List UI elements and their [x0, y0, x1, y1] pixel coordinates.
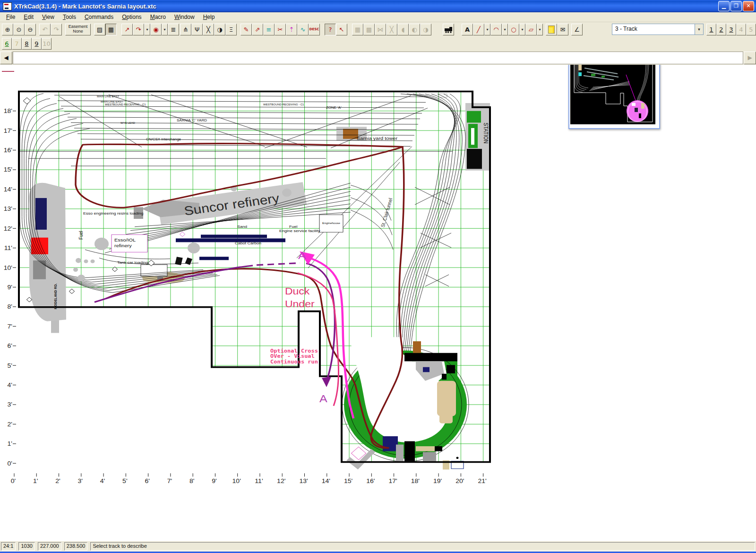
split-button[interactable]: ✂: [275, 24, 286, 35]
draw-curve-button[interactable]: ◠: [490, 24, 502, 35]
ruler-label: 18': [4, 108, 12, 114]
label-sarnia-tower: Sarnia yard tower: [357, 136, 398, 140]
scroll-left-button[interactable]: ◀: [0, 52, 12, 64]
select-arrow-button[interactable]: ↖: [336, 24, 347, 35]
draw-circle-dropdown[interactable]: ▾: [519, 24, 525, 35]
app-icon: [3, 2, 12, 10]
maximize-button[interactable]: ❐: [730, 1, 742, 11]
curved-track-dropdown[interactable]: ▾: [144, 24, 150, 35]
turntable-button[interactable]: ◑: [214, 24, 225, 35]
ruler-label: 13': [4, 206, 12, 212]
ruler-label: 16': [4, 147, 12, 154]
easement-button[interactable]: EasementNone: [65, 24, 91, 35]
menu-file[interactable]: File: [2, 13, 19, 21]
scale-combo-arrow-icon[interactable]: ▼: [695, 24, 703, 35]
page-1-button[interactable]: 1: [706, 24, 716, 35]
ruler-label: 4': [8, 382, 12, 389]
page-9-button[interactable]: 9: [32, 38, 42, 50]
label-esso-iol-2: refinery: [114, 243, 132, 248]
draw-curve-dropdown[interactable]: ▾: [502, 24, 508, 35]
draw-box-dropdown[interactable]: ▾: [537, 24, 543, 35]
menu-macro[interactable]: Macro: [146, 13, 170, 21]
label-sand: Sand: [237, 225, 247, 229]
straight-track-button[interactable]: ↗: [121, 24, 133, 35]
label-main-line-east: MAIN LINE EAST: [97, 95, 120, 98]
label-modeland: MODELAND RD.: [53, 284, 58, 310]
menu-tools[interactable]: Tools: [59, 13, 80, 21]
bumper-button[interactable]: Ξ: [225, 24, 237, 35]
menu-edit[interactable]: Edit: [19, 13, 38, 21]
ruler-label: 21': [478, 477, 487, 484]
scroll-track[interactable]: [13, 52, 743, 64]
ruler-label: 16': [366, 477, 375, 484]
move-track-button: ▦: [352, 24, 363, 35]
page-7-button: 7: [12, 38, 22, 50]
page-8-button[interactable]: 8: [22, 38, 32, 50]
label-tank-car: Tank car loading: [117, 260, 148, 265]
note-button[interactable]: [546, 24, 557, 35]
helix-track-button[interactable]: ≣: [168, 24, 179, 35]
three-way-button[interactable]: Ψ: [191, 24, 203, 35]
zoom-window-button[interactable]: ⊙: [13, 24, 25, 35]
train-button[interactable]: [443, 24, 454, 35]
ruler-label: 18': [411, 477, 420, 484]
menu-view[interactable]: View: [38, 13, 59, 21]
circle-track-button[interactable]: ◉: [150, 24, 162, 35]
crossing-button[interactable]: ╳: [203, 24, 214, 35]
menu-commands[interactable]: Commands: [80, 13, 118, 21]
status-zoom-ratio: 24:1: [1, 542, 16, 551]
ruler-label: 8': [8, 303, 12, 310]
ruler-label: 0': [8, 460, 12, 467]
map-window[interactable]: XTrkCad Map ✕: [568, 65, 660, 129]
menu-options[interactable]: Options: [118, 13, 146, 21]
join-button[interactable]: ⇗: [252, 24, 263, 35]
page-2-button[interactable]: 2: [716, 24, 726, 35]
profile-button[interactable]: ∿: [297, 24, 309, 35]
label-cabot: Cabot Carbon: [235, 241, 261, 245]
draw-line-button[interactable]: ╱: [473, 24, 484, 35]
ruler-label: 10': [232, 477, 241, 484]
tunnel-button: ◖: [397, 24, 409, 35]
ruler-label: 6': [8, 343, 12, 349]
elevation-button[interactable]: ⇡: [286, 24, 297, 35]
label-a-bottom: A: [319, 393, 327, 404]
ruler-label: 8': [189, 477, 194, 484]
print-button[interactable]: ✉: [557, 24, 568, 35]
snap-grid-button[interactable]: ▦: [105, 24, 117, 35]
ruler-label: 0': [11, 477, 16, 484]
scale-combo[interactable]: 3 - Track▼: [612, 24, 704, 35]
title-bar: XTrkCad(3.1.4) - Mark Lanctot's Sarnia l…: [0, 0, 756, 12]
map-body[interactable]: [569, 65, 659, 125]
note-paper-icon: [548, 26, 555, 34]
scroll-right-button[interactable]: ▶: [744, 52, 756, 64]
circle-track-dropdown[interactable]: ▾: [162, 24, 168, 35]
help-question-button[interactable]: ?: [325, 24, 336, 35]
modify-button[interactable]: ✎: [241, 24, 252, 35]
ruler-label: 5': [122, 477, 127, 484]
text-tool-button[interactable]: A: [462, 24, 473, 35]
ruler-label: 3': [78, 477, 83, 484]
page-5-button: 5: [746, 24, 756, 35]
parallel-button[interactable]: ≡: [263, 24, 275, 35]
draw-circle-button[interactable]: ○: [508, 24, 519, 35]
status-count: 1030: [18, 542, 34, 551]
zoom-extent-button[interactable]: ⊕: [2, 24, 13, 35]
select-region-button[interactable]: ▨: [94, 24, 105, 35]
menu-help[interactable]: Help: [199, 13, 219, 21]
page-3-button[interactable]: 3: [726, 24, 736, 35]
zoom-out-button[interactable]: ⊖: [25, 24, 36, 35]
menu-window[interactable]: Window: [170, 13, 199, 21]
minimize-button[interactable]: ▁: [718, 1, 730, 11]
measure-button[interactable]: ∠: [571, 24, 583, 35]
label-cn-csx: CN/CSX interchange: [146, 138, 181, 141]
ruler-label: 14': [4, 186, 12, 193]
draw-line-dropdown[interactable]: ▾: [484, 24, 490, 35]
page-6-button[interactable]: 6: [2, 38, 12, 50]
curved-track-button[interactable]: ↷: [133, 24, 144, 35]
close-button[interactable]: ✕: [743, 1, 754, 11]
describe-desc-button[interactable]: DESC: [309, 24, 320, 35]
ruler-label: 2': [8, 421, 12, 428]
turnout-button[interactable]: ⋔: [180, 24, 191, 35]
layout-canvas[interactable]: Suncor refinery Esso/IOL refinery Sarnia…: [0, 65, 756, 541]
draw-box-button[interactable]: ▱: [525, 24, 537, 35]
